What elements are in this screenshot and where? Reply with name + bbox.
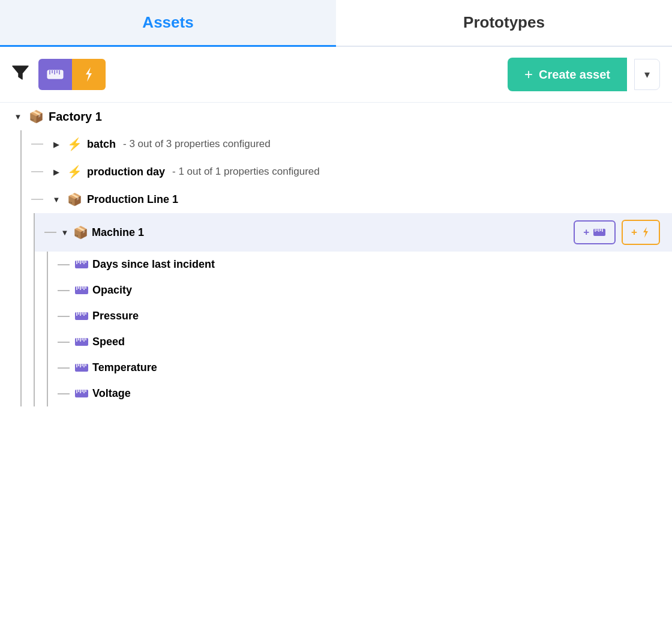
- speed-label: Speed: [92, 336, 125, 348]
- voltage-label: Voltage: [92, 387, 131, 400]
- bolt-toggle-btn[interactable]: [72, 59, 106, 90]
- ruler-icon-property: [593, 228, 606, 237]
- ruler-icon-speed: [74, 337, 89, 347]
- tree-node-machine1[interactable]: 📦 Machine 1 +: [35, 213, 672, 252]
- tree-node-days-since-incident[interactable]: Days since last incident: [48, 252, 672, 277]
- production-day-label: production day: [87, 166, 165, 178]
- plus-icon: +: [524, 66, 533, 83]
- filter-icon[interactable]: [12, 65, 29, 84]
- create-asset-label: Create asset: [539, 68, 610, 82]
- ruler-icon-temperature: [74, 363, 89, 373]
- batch-label: batch: [87, 138, 116, 151]
- tab-bar: Assets Prototypes: [0, 0, 672, 47]
- ruler-icon-opacity: [74, 285, 89, 295]
- bolt-icon-event: [641, 226, 650, 239]
- svg-marker-15: [643, 227, 648, 238]
- chevron-down-icon: ▾: [644, 68, 650, 81]
- batch-desc: - 3 out of 3 properties configured: [123, 138, 271, 150]
- machine1-label: Machine 1: [92, 226, 144, 239]
- chevron-batch[interactable]: [50, 140, 62, 149]
- chevron-machine1[interactable]: [59, 228, 71, 237]
- ruler-toggle-btn[interactable]: [38, 59, 72, 90]
- ruler-icon-voltage: [74, 388, 89, 399]
- tree-node-voltage[interactable]: Voltage: [48, 381, 672, 406]
- production-line1-label: Production Line 1: [87, 193, 178, 206]
- bolt-icon-production-day: ⚡: [67, 165, 82, 179]
- tree-node-factory1[interactable]: 📦 Factory 1: [0, 103, 672, 130]
- tree-node-opacity[interactable]: Opacity: [48, 277, 672, 303]
- tree-node-production-line1[interactable]: 📦 Production Line 1: [22, 186, 672, 213]
- tree-node-pressure[interactable]: Pressure: [48, 303, 672, 329]
- box-icon-machine1: 📦: [73, 225, 88, 240]
- days-since-incident-label: Days since last incident: [92, 258, 215, 271]
- add-property-to-machine1-btn[interactable]: +: [574, 220, 616, 244]
- tree-node-speed[interactable]: Speed: [48, 329, 672, 355]
- ruler-icon-days: [74, 259, 89, 270]
- toolbar: + Create asset ▾: [0, 47, 672, 103]
- chevron-factory1[interactable]: [12, 112, 24, 121]
- production-day-desc: - 1 out of 1 properties configured: [172, 166, 320, 178]
- tree-node-batch[interactable]: ⚡ batch - 3 out of 3 properties configur…: [22, 130, 672, 158]
- plus-icon-event: +: [631, 226, 637, 238]
- asset-tree: 📦 Factory 1 ⚡ batch - 3 out of 3 propert…: [0, 103, 672, 406]
- ruler-icon-pressure: [74, 311, 89, 321]
- svg-marker-8: [86, 67, 92, 82]
- tree-node-temperature[interactable]: Temperature: [48, 355, 672, 381]
- factory1-children: ⚡ batch - 3 out of 3 properties configur…: [20, 130, 672, 406]
- machine1-children: Days since last incident Opacity: [47, 252, 672, 406]
- chevron-production-day[interactable]: [50, 168, 62, 177]
- tab-assets[interactable]: Assets: [0, 0, 336, 47]
- temperature-label: Temperature: [92, 361, 157, 374]
- svg-marker-0: [13, 66, 28, 79]
- pressure-label: Pressure: [92, 310, 139, 322]
- create-asset-dropdown[interactable]: ▾: [634, 59, 660, 90]
- factory1-label: Factory 1: [49, 110, 102, 124]
- box-icon-production-line1: 📦: [67, 192, 82, 207]
- add-event-to-machine1-btn[interactable]: +: [622, 220, 660, 245]
- create-asset-button[interactable]: + Create asset: [508, 58, 627, 91]
- tree-node-production-day[interactable]: ⚡ production day - 1 out of 1 properties…: [22, 158, 672, 186]
- chevron-production-line1[interactable]: [50, 195, 62, 204]
- box-icon-factory1: 📦: [29, 109, 44, 124]
- tab-prototypes[interactable]: Prototypes: [336, 0, 672, 46]
- plus-icon-property: +: [583, 226, 589, 238]
- type-toggle-group: [38, 59, 106, 90]
- bolt-icon-batch: ⚡: [67, 137, 82, 151]
- production-line1-children: 📦 Machine 1 +: [34, 213, 672, 406]
- opacity-label: Opacity: [92, 284, 132, 297]
